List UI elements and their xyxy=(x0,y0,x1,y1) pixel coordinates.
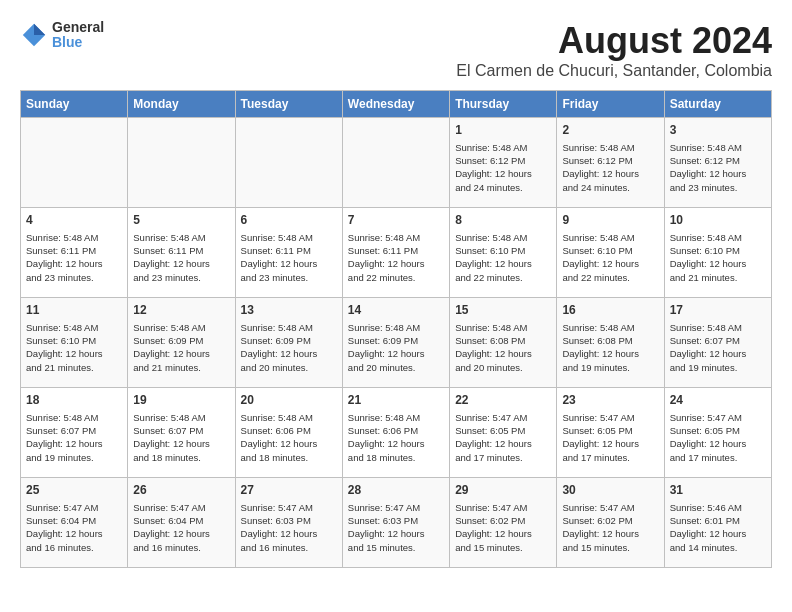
calendar-cell: 22Sunrise: 5:47 AM Sunset: 6:05 PM Dayli… xyxy=(450,388,557,478)
day-info: Sunrise: 5:48 AM Sunset: 6:11 PM Dayligh… xyxy=(133,231,229,284)
day-info: Sunrise: 5:46 AM Sunset: 6:01 PM Dayligh… xyxy=(670,501,766,554)
day-info: Sunrise: 5:48 AM Sunset: 6:11 PM Dayligh… xyxy=(26,231,122,284)
day-number: 17 xyxy=(670,302,766,319)
day-info: Sunrise: 5:48 AM Sunset: 6:06 PM Dayligh… xyxy=(348,411,444,464)
calendar-cell: 17Sunrise: 5:48 AM Sunset: 6:07 PM Dayli… xyxy=(664,298,771,388)
calendar-cell xyxy=(128,118,235,208)
calendar-cell: 5Sunrise: 5:48 AM Sunset: 6:11 PM Daylig… xyxy=(128,208,235,298)
day-info: Sunrise: 5:47 AM Sunset: 6:03 PM Dayligh… xyxy=(348,501,444,554)
weekday-header-row: SundayMondayTuesdayWednesdayThursdayFrid… xyxy=(21,91,772,118)
day-number: 14 xyxy=(348,302,444,319)
calendar-cell: 10Sunrise: 5:48 AM Sunset: 6:10 PM Dayli… xyxy=(664,208,771,298)
day-number: 4 xyxy=(26,212,122,229)
calendar-cell: 30Sunrise: 5:47 AM Sunset: 6:02 PM Dayli… xyxy=(557,478,664,568)
weekday-header: Wednesday xyxy=(342,91,449,118)
calendar-cell: 6Sunrise: 5:48 AM Sunset: 6:11 PM Daylig… xyxy=(235,208,342,298)
day-number: 6 xyxy=(241,212,337,229)
calendar-cell: 14Sunrise: 5:48 AM Sunset: 6:09 PM Dayli… xyxy=(342,298,449,388)
day-number: 26 xyxy=(133,482,229,499)
day-number: 23 xyxy=(562,392,658,409)
day-info: Sunrise: 5:47 AM Sunset: 6:05 PM Dayligh… xyxy=(455,411,551,464)
day-info: Sunrise: 5:48 AM Sunset: 6:08 PM Dayligh… xyxy=(562,321,658,374)
day-number: 22 xyxy=(455,392,551,409)
calendar-cell: 27Sunrise: 5:47 AM Sunset: 6:03 PM Dayli… xyxy=(235,478,342,568)
day-info: Sunrise: 5:48 AM Sunset: 6:07 PM Dayligh… xyxy=(26,411,122,464)
day-info: Sunrise: 5:48 AM Sunset: 6:09 PM Dayligh… xyxy=(133,321,229,374)
day-number: 15 xyxy=(455,302,551,319)
weekday-header: Saturday xyxy=(664,91,771,118)
day-number: 29 xyxy=(455,482,551,499)
day-number: 25 xyxy=(26,482,122,499)
calendar-cell: 23Sunrise: 5:47 AM Sunset: 6:05 PM Dayli… xyxy=(557,388,664,478)
day-number: 1 xyxy=(455,122,551,139)
weekday-header: Sunday xyxy=(21,91,128,118)
calendar-week-row: 1Sunrise: 5:48 AM Sunset: 6:12 PM Daylig… xyxy=(21,118,772,208)
calendar-table: SundayMondayTuesdayWednesdayThursdayFrid… xyxy=(20,90,772,568)
calendar-cell: 18Sunrise: 5:48 AM Sunset: 6:07 PM Dayli… xyxy=(21,388,128,478)
day-info: Sunrise: 5:47 AM Sunset: 6:02 PM Dayligh… xyxy=(562,501,658,554)
day-info: Sunrise: 5:47 AM Sunset: 6:05 PM Dayligh… xyxy=(670,411,766,464)
day-info: Sunrise: 5:48 AM Sunset: 6:10 PM Dayligh… xyxy=(26,321,122,374)
day-number: 5 xyxy=(133,212,229,229)
logo-icon xyxy=(20,21,48,49)
calendar-week-row: 11Sunrise: 5:48 AM Sunset: 6:10 PM Dayli… xyxy=(21,298,772,388)
calendar-cell: 20Sunrise: 5:48 AM Sunset: 6:06 PM Dayli… xyxy=(235,388,342,478)
day-info: Sunrise: 5:48 AM Sunset: 6:12 PM Dayligh… xyxy=(455,141,551,194)
day-info: Sunrise: 5:48 AM Sunset: 6:07 PM Dayligh… xyxy=(133,411,229,464)
calendar-cell xyxy=(21,118,128,208)
calendar-cell: 16Sunrise: 5:48 AM Sunset: 6:08 PM Dayli… xyxy=(557,298,664,388)
day-number: 21 xyxy=(348,392,444,409)
calendar-cell: 11Sunrise: 5:48 AM Sunset: 6:10 PM Dayli… xyxy=(21,298,128,388)
day-info: Sunrise: 5:47 AM Sunset: 6:03 PM Dayligh… xyxy=(241,501,337,554)
day-number: 8 xyxy=(455,212,551,229)
day-info: Sunrise: 5:48 AM Sunset: 6:12 PM Dayligh… xyxy=(670,141,766,194)
day-number: 30 xyxy=(562,482,658,499)
weekday-header: Thursday xyxy=(450,91,557,118)
day-info: Sunrise: 5:48 AM Sunset: 6:10 PM Dayligh… xyxy=(455,231,551,284)
calendar-cell xyxy=(235,118,342,208)
day-info: Sunrise: 5:47 AM Sunset: 6:02 PM Dayligh… xyxy=(455,501,551,554)
calendar-title: August 2024 xyxy=(456,20,772,62)
calendar-cell: 31Sunrise: 5:46 AM Sunset: 6:01 PM Dayli… xyxy=(664,478,771,568)
day-info: Sunrise: 5:48 AM Sunset: 6:06 PM Dayligh… xyxy=(241,411,337,464)
calendar-cell: 3Sunrise: 5:48 AM Sunset: 6:12 PM Daylig… xyxy=(664,118,771,208)
title-block: August 2024 El Carmen de Chucuri, Santan… xyxy=(456,20,772,80)
logo-line2: Blue xyxy=(52,35,104,50)
day-info: Sunrise: 5:48 AM Sunset: 6:11 PM Dayligh… xyxy=(348,231,444,284)
calendar-cell xyxy=(342,118,449,208)
day-number: 3 xyxy=(670,122,766,139)
day-info: Sunrise: 5:47 AM Sunset: 6:04 PM Dayligh… xyxy=(26,501,122,554)
day-number: 16 xyxy=(562,302,658,319)
day-number: 11 xyxy=(26,302,122,319)
calendar-cell: 19Sunrise: 5:48 AM Sunset: 6:07 PM Dayli… xyxy=(128,388,235,478)
calendar-cell: 25Sunrise: 5:47 AM Sunset: 6:04 PM Dayli… xyxy=(21,478,128,568)
calendar-cell: 8Sunrise: 5:48 AM Sunset: 6:10 PM Daylig… xyxy=(450,208,557,298)
weekday-header: Friday xyxy=(557,91,664,118)
calendar-cell: 26Sunrise: 5:47 AM Sunset: 6:04 PM Dayli… xyxy=(128,478,235,568)
calendar-week-row: 25Sunrise: 5:47 AM Sunset: 6:04 PM Dayli… xyxy=(21,478,772,568)
day-info: Sunrise: 5:48 AM Sunset: 6:12 PM Dayligh… xyxy=(562,141,658,194)
logo-line1: General xyxy=(52,20,104,35)
day-info: Sunrise: 5:48 AM Sunset: 6:11 PM Dayligh… xyxy=(241,231,337,284)
day-number: 12 xyxy=(133,302,229,319)
calendar-cell: 24Sunrise: 5:47 AM Sunset: 6:05 PM Dayli… xyxy=(664,388,771,478)
day-info: Sunrise: 5:48 AM Sunset: 6:09 PM Dayligh… xyxy=(348,321,444,374)
day-info: Sunrise: 5:48 AM Sunset: 6:10 PM Dayligh… xyxy=(670,231,766,284)
calendar-cell: 4Sunrise: 5:48 AM Sunset: 6:11 PM Daylig… xyxy=(21,208,128,298)
day-number: 20 xyxy=(241,392,337,409)
calendar-week-row: 4Sunrise: 5:48 AM Sunset: 6:11 PM Daylig… xyxy=(21,208,772,298)
day-info: Sunrise: 5:48 AM Sunset: 6:07 PM Dayligh… xyxy=(670,321,766,374)
calendar-cell: 21Sunrise: 5:48 AM Sunset: 6:06 PM Dayli… xyxy=(342,388,449,478)
day-number: 31 xyxy=(670,482,766,499)
day-info: Sunrise: 5:47 AM Sunset: 6:05 PM Dayligh… xyxy=(562,411,658,464)
calendar-cell: 28Sunrise: 5:47 AM Sunset: 6:03 PM Dayli… xyxy=(342,478,449,568)
day-info: Sunrise: 5:48 AM Sunset: 6:08 PM Dayligh… xyxy=(455,321,551,374)
calendar-subtitle: El Carmen de Chucuri, Santander, Colombi… xyxy=(456,62,772,80)
calendar-cell: 29Sunrise: 5:47 AM Sunset: 6:02 PM Dayli… xyxy=(450,478,557,568)
calendar-cell: 1Sunrise: 5:48 AM Sunset: 6:12 PM Daylig… xyxy=(450,118,557,208)
day-number: 13 xyxy=(241,302,337,319)
day-number: 10 xyxy=(670,212,766,229)
day-number: 7 xyxy=(348,212,444,229)
calendar-cell: 13Sunrise: 5:48 AM Sunset: 6:09 PM Dayli… xyxy=(235,298,342,388)
calendar-week-row: 18Sunrise: 5:48 AM Sunset: 6:07 PM Dayli… xyxy=(21,388,772,478)
